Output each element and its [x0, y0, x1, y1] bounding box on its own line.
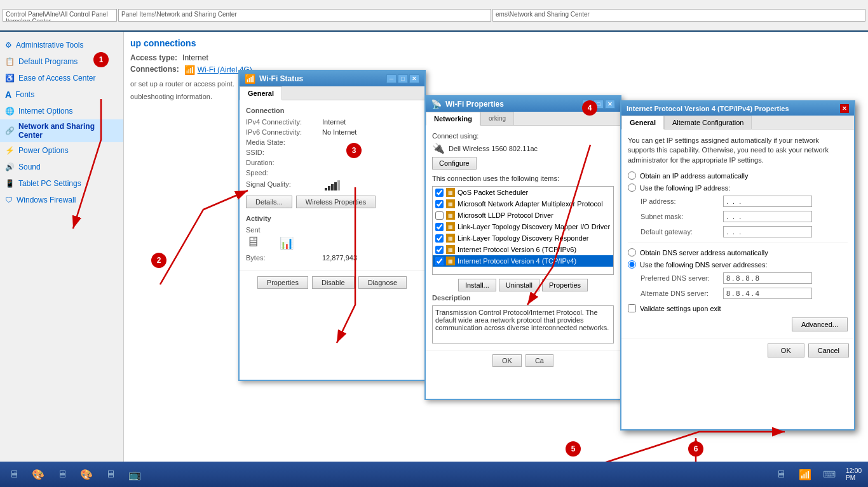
wireless-properties-button[interactable]: Wireless Properties — [296, 196, 376, 208]
wifi-signal-icon: 📶 — [184, 65, 195, 75]
taskbar-time: 12:00PM — [842, 467, 865, 481]
sidebar-item-label: Sound — [18, 163, 41, 171]
address-bar-2[interactable]: Panel Items\Network and Sharing Center — [118, 9, 491, 22]
connect-using-label: Connect using: — [432, 132, 614, 140]
details-button[interactable]: Details... — [246, 196, 292, 208]
close-button[interactable]: ✕ — [409, 74, 419, 83]
lltdm-checkbox[interactable] — [435, 223, 444, 231]
bar4 — [334, 182, 337, 190]
advanced-button[interactable]: Advanced... — [792, 317, 848, 331]
sidebar-item-tablet-pc[interactable]: 📱 Tablet PC Settings — [0, 175, 123, 192]
step-4-circle: 4 — [582, 100, 597, 116]
tab-ipv4-general[interactable]: General — [621, 116, 664, 130]
taskbar-icon-7[interactable]: 🖥 — [770, 463, 792, 486]
lltdr-label: Link-Layer Topology Discovery Responder — [458, 234, 588, 242]
lldp-checkbox[interactable] — [435, 211, 444, 220]
taskbar: 🖥 🎨 🖥 🎨 🖥 📺 🖥 📶 ⌨ 12:00PM — [0, 462, 868, 487]
validate-checkbox[interactable] — [628, 304, 636, 312]
step-3-circle: 3 — [346, 143, 362, 158]
list-item-ipv4[interactable]: ▦ Internet Protocol Version 4 (TCP/IPv4) — [433, 255, 613, 267]
lltdm-label: Link-Layer Topology Discovery Mapper I/O… — [458, 223, 610, 230]
subnet-mask-input[interactable] — [723, 211, 812, 222]
sidebar-item-internet-options[interactable]: 🌐 Internet Options — [0, 103, 123, 119]
connections-label: Connections: — [130, 65, 179, 75]
sidebar-item-fonts[interactable]: A Fonts — [0, 86, 123, 103]
minimize-button[interactable]: ─ — [386, 74, 397, 83]
list-item-lltdr[interactable]: ▦ Link-Layer Topology Discovery Responde… — [433, 232, 613, 244]
sidebar-item-administrative-tools[interactable]: ⚙ Administrative Tools — [0, 37, 123, 53]
taskbar-icon-6[interactable]: 📺 — [123, 463, 146, 486]
ip-address-row: IP address: — [628, 196, 848, 207]
preferred-dns-input[interactable] — [723, 272, 812, 284]
taskbar-icon-4[interactable]: 🎨 — [75, 463, 98, 486]
description-box: Transmission Control Protocol/Internet P… — [432, 305, 614, 344]
uninstall-button[interactable]: Uninstall — [499, 279, 539, 291]
signal-bars — [325, 180, 340, 190]
sound-icon: 🔊 — [5, 163, 15, 171]
default-gateway-input[interactable] — [723, 226, 812, 237]
list-item-lldp[interactable]: ▦ Microsoft LLDP Protocol Driver — [433, 210, 613, 221]
ok-button[interactable]: OK — [492, 354, 522, 367]
ipv6-checkbox[interactable] — [435, 246, 444, 254]
tab-networking[interactable]: Networking — [426, 112, 480, 126]
item-properties-button[interactable]: Properties — [542, 279, 588, 291]
address-bar-3[interactable]: ems\Network and Sharing Center — [492, 9, 865, 22]
ipv4-ok-button[interactable]: OK — [768, 344, 804, 357]
auto-dns-row[interactable]: Obtain DNS server address automatically — [628, 248, 848, 257]
tab-ipv4-alternate[interactable]: Alternate Configuration — [664, 116, 752, 130]
diagnose-button[interactable]: Diagnose — [358, 276, 407, 289]
msna-icon: ▦ — [446, 199, 455, 208]
taskbar-icon-5[interactable]: 🖥 — [99, 463, 122, 486]
properties-button[interactable]: Properties — [257, 276, 308, 289]
manual-dns-row[interactable]: Use the following DNS server addresses: — [628, 260, 848, 269]
list-item-msna[interactable]: ▦ Microsoft Network Adapter Multiplexor … — [433, 198, 613, 210]
ipv4-checkbox[interactable] — [435, 257, 444, 265]
msna-checkbox[interactable] — [435, 200, 444, 208]
network-icon: 🖥 — [246, 234, 261, 250]
taskbar-icon-2[interactable]: 🎨 — [27, 463, 50, 486]
sidebar-item-sound[interactable]: 🔊 Sound — [0, 159, 123, 175]
tab-networking2[interactable]: orking — [480, 112, 514, 126]
configure-button[interactable]: Configure — [432, 157, 477, 170]
default-gateway-row: Default gateway: — [628, 226, 848, 237]
auto-ip-radio[interactable] — [628, 171, 636, 180]
manual-dns-radio[interactable] — [628, 260, 636, 269]
taskbar-icon-9[interactable]: ⌨ — [818, 463, 841, 486]
bar3 — [331, 184, 334, 190]
step-2-circle: 2 — [151, 253, 166, 268]
lltdr-checkbox[interactable] — [435, 234, 444, 243]
sidebar-item-ease-of-access[interactable]: ♿ Ease of Access Center — [0, 70, 123, 86]
manual-ip-radio[interactable] — [628, 183, 636, 192]
cancel-button[interactable]: Ca — [526, 354, 553, 367]
items-list: ▦ QoS Packet Scheduler ▦ Microsoft Netwo… — [432, 186, 614, 275]
close-button[interactable]: ✕ — [605, 100, 615, 109]
auto-dns-radio[interactable] — [628, 248, 636, 257]
ip-address-input[interactable] — [723, 196, 812, 207]
install-button[interactable]: Install... — [458, 279, 496, 291]
sidebar-item-windows-firewall[interactable]: 🛡 Windows Firewall — [0, 192, 123, 208]
taskbar-icon-1[interactable]: 🖥 — [3, 463, 25, 486]
list-item-ipv6[interactable]: ▦ Internet Protocol Version 6 (TCP/IPv6) — [433, 244, 613, 255]
ease-of-access-icon: ♿ — [5, 74, 15, 83]
sidebar-item-network-sharing[interactable]: 🔗 Network and Sharing Center — [0, 119, 123, 142]
tab-general[interactable]: General — [240, 86, 282, 100]
ipv4-body: You can get IP settings assigned automat… — [621, 130, 854, 338]
ipv4-close-button[interactable]: ✕ — [840, 104, 849, 113]
list-item-lltdm[interactable]: ▦ Link-Layer Topology Discovery Mapper I… — [433, 221, 613, 232]
address-bar-1[interactable]: Control Panel\Alne\All Control Panel Ite… — [3, 9, 117, 22]
auto-ip-row[interactable]: Obtain an IP address automatically — [628, 171, 848, 180]
manual-ip-row[interactable]: Use the following IP address: — [628, 183, 848, 192]
ipv4-cancel-button[interactable]: Cancel — [808, 344, 849, 357]
disable-button[interactable]: Disable — [312, 276, 355, 289]
alternate-dns-input[interactable] — [723, 288, 812, 299]
address-bar-area: Control Panel\Alne\All Control Panel Ite… — [0, 0, 868, 30]
subnet-mask-row: Subnet mask: — [628, 211, 848, 222]
taskbar-icon-3[interactable]: 🖥 — [51, 463, 74, 486]
maximize-button[interactable]: □ — [398, 74, 408, 83]
list-item-qos[interactable]: ▦ QoS Packet Scheduler — [433, 187, 613, 198]
sidebar-item-power-options[interactable]: ⚡ Power Options — [0, 142, 123, 159]
ipv4-connectivity-row: IPv4 Connectivity: Internet — [246, 118, 418, 126]
wifi-status-icon: 📶 — [245, 74, 255, 84]
qos-checkbox[interactable] — [435, 189, 444, 197]
taskbar-icon-8[interactable]: 📶 — [794, 463, 817, 486]
